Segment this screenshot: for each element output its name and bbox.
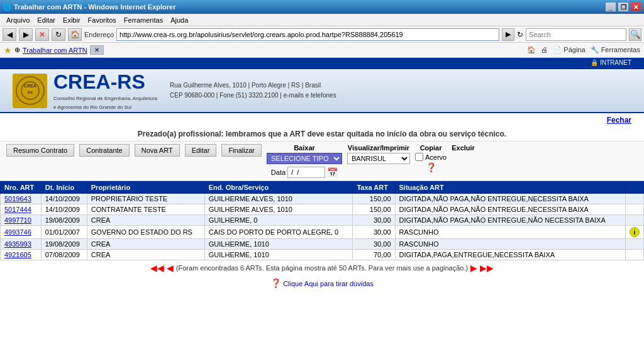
search-button[interactable]: 🔍 — [629, 28, 641, 41]
window-icon: 🌐 — [3, 3, 11, 11]
intranet-bar: 🔒 INTRANET — [0, 58, 644, 69]
cell-situacao: DIGITADA,NÃO PAGA,NÃO ENTREGUE,NÃO NECES… — [395, 215, 625, 226]
back-button[interactable]: ◀ — [3, 28, 16, 41]
menu-ajuda[interactable]: Ajuda — [167, 15, 192, 25]
print-icon[interactable]: 🖨 — [541, 46, 548, 54]
table-container: Nro. ART Dt. Início Proprietário End. Ob… — [0, 181, 644, 260]
cell-situacao: DIGITADA,NÃO PAGA,NÃO ENTREGUE,NECESSITA… — [395, 194, 625, 204]
cell-end-obra: GUILHERME, 0 — [204, 215, 353, 226]
cell-end-obra: CAIS DO PORTO DE PORTO ALEGRE, 0 — [204, 226, 353, 239]
calendar-icon[interactable]: 📅 — [327, 167, 338, 177]
cell-nro-art[interactable]: 5017444 — [1, 204, 42, 215]
fechar-link[interactable]: Fechar — [607, 116, 631, 125]
cell-end-obra: GUILHERME, 1010 — [204, 250, 353, 260]
selecione-tipo-select[interactable]: SELECIONE TIPO — [267, 153, 342, 164]
address-input[interactable] — [116, 28, 499, 41]
prev-page-button[interactable]: ◀ — [167, 263, 174, 273]
table-row[interactable]: 492160507/08/2009CREAGUILHERME, 101070,0… — [1, 250, 644, 260]
banrisul-select[interactable]: BANRISUL — [347, 153, 410, 164]
help-icon[interactable]: ❓ — [426, 162, 436, 172]
subtitle-1: Conselho Regional de Engenharia, Arquite… — [53, 95, 157, 102]
menu-arquivo[interactable]: Arquivo — [3, 15, 33, 25]
cell-situacao: RASCUNHO — [395, 226, 625, 239]
cell-nro-art[interactable]: 4993746 — [1, 226, 42, 239]
table-row[interactable]: 501964314/10/2009PROPRIETÁRIO TESTEGUILH… — [1, 194, 644, 204]
crea-header: CREA RS CREA-RS Conselho Regional de Eng… — [0, 69, 644, 113]
data-input[interactable] — [287, 167, 325, 178]
refresh-button[interactable]: ↻ — [52, 28, 65, 41]
cell-taxa-art: 150,00 — [353, 204, 395, 215]
close-button[interactable]: ✕ — [630, 2, 641, 12]
next-page-button[interactable]: ▶ — [470, 263, 477, 273]
cell-proprietario: CONTRATANTE TESTE — [87, 204, 204, 215]
last-page-button[interactable]: ▶▶ — [480, 263, 494, 273]
cell-situacao: DIGITADA,PAGA,ENTREGUE,NECESSITA BAIXA — [395, 250, 625, 260]
menu-favoritos[interactable]: Favoritos — [84, 15, 120, 25]
cell-end-obra: GUILHERME ALVES, 1010 — [204, 194, 353, 204]
cell-taxa-art: 30,00 — [353, 226, 395, 239]
main-content: 🔒 INTRANET CREA RS CREA-RS Conselho Regi… — [0, 58, 644, 291]
copiar-section: Copiar Acervo ❓ — [415, 144, 447, 172]
th-situacao-art: Situação ART — [395, 182, 625, 194]
cell-nro-art[interactable]: 4935993 — [1, 239, 42, 250]
editar-button[interactable]: Editar — [185, 144, 217, 157]
acervo-checkbox[interactable] — [415, 153, 423, 161]
pagination-row: ◀◀ ◀ (Foram encontradas 6 ARTs. Esta pág… — [0, 260, 644, 275]
cell-dt-inicio: 19/08/2009 — [41, 239, 87, 250]
subtitle-2: e Agronomia do Rio Grande do Sul — [53, 104, 157, 111]
table-row[interactable]: 493599319/08/2009CREAGUILHERME, 101030,0… — [1, 239, 644, 250]
title-bar: 🌐 Trabalhar com ARTN - Windows Internet … — [0, 0, 644, 14]
menu-ferramentas[interactable]: Ferramentas — [120, 15, 167, 25]
window-controls: _ ❐ ✕ — [605, 2, 641, 12]
nova-art-button[interactable]: Nova ART — [135, 144, 180, 157]
page-icon[interactable]: 📄 Página — [553, 46, 585, 54]
resumo-contrato-button[interactable]: Resumo Contrato — [6, 144, 74, 157]
go-button[interactable]: ▶ — [502, 28, 514, 41]
search-input[interactable] — [526, 28, 626, 41]
help-row: ❓ Clique Aqui para tirar dúvidas — [0, 275, 644, 291]
stop-button[interactable]: ✕ — [35, 28, 49, 41]
menu-editar[interactable]: Editar — [33, 15, 59, 25]
th-dt-inicio: Dt. Início — [41, 182, 87, 194]
acervo-row: Acervo — [415, 153, 447, 161]
first-page-button[interactable]: ◀◀ — [150, 263, 164, 273]
cell-dt-inicio: 19/08/2009 — [41, 215, 87, 226]
add-favorites-icon[interactable]: ⊕ — [14, 46, 20, 54]
tab-link[interactable]: Trabalhar com ARTN — [23, 47, 87, 54]
menu-exibir[interactable]: Exibir — [59, 15, 84, 25]
data-label: Data — [271, 169, 286, 176]
home-button[interactable]: 🏠 — [68, 28, 82, 41]
table-row[interactable]: 499374601/01/2007GOVERNO DO ESTADO DO RS… — [1, 226, 644, 239]
contact-info: Rua Guilherme Alves, 1010 | Porto Alegre… — [170, 81, 336, 101]
forward-button[interactable]: ▶ — [19, 28, 33, 41]
cell-nro-art[interactable]: 4921605 — [1, 250, 42, 260]
cell-info — [626, 204, 644, 215]
tools-icon[interactable]: 🔧 Ferramentas — [591, 46, 640, 54]
tab-close[interactable]: ✕ — [90, 45, 104, 55]
minimize-button[interactable]: _ — [605, 2, 616, 12]
table-row[interactable]: 499771019/08/2009CREAGUILHERME, 030,00DI… — [1, 215, 644, 226]
cell-nro-art[interactable]: 4997710 — [1, 215, 42, 226]
home-icon[interactable]: 🏠 — [527, 46, 536, 54]
table-row[interactable]: 501744414/10/2009CONTRATANTE TESTEGUILHE… — [1, 204, 644, 215]
cell-info — [626, 250, 644, 260]
cell-nro-art[interactable]: 5019643 — [1, 194, 42, 204]
refresh-icon-2: ↻ — [517, 30, 523, 39]
info-icon[interactable]: i — [630, 227, 640, 237]
th-nro-art: Nro. ART — [1, 182, 42, 194]
copiar-label: Copiar — [420, 144, 442, 152]
action-toolbar: Resumo Contrato Contratante Nova ART Edi… — [0, 142, 644, 181]
favorites-star[interactable]: ★ — [4, 45, 12, 55]
cell-proprietario: CREA — [87, 250, 204, 260]
contratante-button[interactable]: Contratante — [79, 144, 129, 157]
restore-button[interactable]: ❐ — [618, 2, 629, 12]
brand-name: CREA-RS — [53, 70, 157, 94]
cell-info[interactable]: i — [626, 226, 644, 239]
address-bar: ◀ ▶ ✕ ↻ 🏠 Endereço ▶ ↻ 🔍 — [0, 26, 644, 43]
th-proprietario: Proprietário — [87, 182, 204, 194]
cell-proprietario: CREA — [87, 239, 204, 250]
help-link[interactable]: Clique Aqui para tirar dúvidas — [283, 280, 374, 287]
visualizar-section: Visualizar/Imprimir BANRISUL — [347, 144, 410, 164]
finalizar-button[interactable]: Finalizar — [221, 144, 262, 157]
cell-proprietario: CREA — [87, 215, 204, 226]
